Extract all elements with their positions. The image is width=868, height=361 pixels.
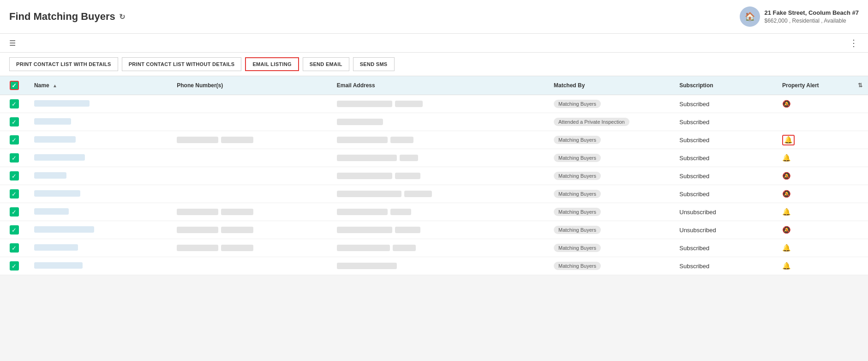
header-name: Name ▲ [29, 76, 171, 95]
bell-active-icon[interactable]: 🔔 [782, 154, 791, 162]
row-checkbox[interactable]: ✓ [10, 261, 19, 271]
header-alert: Property Alert ⇅ [777, 76, 868, 95]
row-subscription: Subscribed [674, 113, 777, 131]
row-subscription: Subscribed [674, 95, 777, 113]
row-matched: Matching Buyers [548, 131, 674, 149]
bell-muted-icon[interactable]: 🔕 [782, 190, 791, 198]
header-subscription: Subscription [674, 76, 777, 95]
row-email [331, 149, 548, 167]
row-checkbox-cell: ✓ [0, 203, 29, 221]
row-checkbox-cell: ✓ [0, 167, 29, 185]
bell-highlighted-wrapper: 🔔 [782, 135, 795, 145]
refresh-icon[interactable]: ↻ [119, 12, 125, 21]
row-matched: Matching Buyers [548, 167, 674, 185]
bell-muted-icon[interactable]: 🔕 [782, 172, 791, 180]
row-checkbox[interactable]: ✓ [10, 153, 19, 162]
table-row: ✓Matching BuyersSubscribed🔔 [0, 131, 868, 149]
send-sms-button[interactable]: SEND SMS [353, 57, 395, 71]
bell-muted-icon[interactable]: 🔕 [782, 100, 791, 108]
row-name [29, 131, 171, 149]
row-alert: 🔔 [777, 203, 868, 221]
bell-active-icon[interactable]: 🔔 [782, 244, 791, 252]
table-row: ✓Matching BuyersSubscribed🔔 [0, 257, 868, 275]
property-card: 🏠 21 Fake Street, Coolum Beach #7 $662,0… [740, 6, 859, 27]
row-checkbox-cell: ✓ [0, 221, 29, 239]
row-name [29, 113, 171, 131]
top-header: Find Matching Buyers ↻ 🏠 21 Fake Street,… [0, 0, 868, 34]
matched-by-tag: Matching Buyers [554, 154, 601, 162]
bell-active-icon[interactable]: 🔔 [782, 208, 791, 216]
row-name [29, 257, 171, 275]
row-phone [171, 203, 331, 221]
row-alert: 🔕 [777, 95, 868, 113]
matched-by-tag: Matching Buyers [554, 262, 601, 270]
row-checkbox-cell: ✓ [0, 149, 29, 167]
row-checkbox-cell: ✓ [0, 239, 29, 257]
row-alert: 🔕 [777, 221, 868, 239]
row-checkbox[interactable]: ✓ [10, 117, 19, 126]
row-checkbox[interactable]: ✓ [10, 171, 19, 180]
header-checkbox-cell: ✓ [0, 76, 29, 95]
row-subscription: Subscribed [674, 167, 777, 185]
row-name [29, 167, 171, 185]
table-row: ✓Matching BuyersSubscribed🔔 [0, 239, 868, 257]
property-info: 21 Fake Street, Coolum Beach #7 $662,000… [765, 9, 859, 25]
row-email [331, 185, 548, 203]
row-checkbox[interactable]: ✓ [10, 189, 19, 199]
filter-icon[interactable]: ☰ [9, 39, 16, 48]
row-phone [171, 113, 331, 131]
row-phone [171, 257, 331, 275]
alert-sort-icon[interactable]: ⇅ [858, 82, 862, 89]
property-thumbnail: 🏠 [740, 6, 760, 27]
matched-by-tag: Matching Buyers [554, 100, 601, 108]
bell-highlighted-icon[interactable]: 🔔 [784, 136, 793, 144]
matched-by-tag: Matching Buyers [554, 172, 601, 180]
row-email [331, 203, 548, 221]
row-phone [171, 149, 331, 167]
row-matched: Matching Buyers [548, 203, 674, 221]
row-subscription: Subscribed [674, 149, 777, 167]
row-subscription: Subscribed [674, 131, 777, 149]
row-alert: 🔕 [777, 167, 868, 185]
row-checkbox[interactable]: ✓ [10, 135, 19, 144]
table-body: ✓Matching BuyersSubscribed🔕✓Attended a P… [0, 95, 868, 275]
contacts-table-container: ✓ Name ▲ Phone Number(s) Email Address M… [0, 76, 868, 275]
name-sort-icon[interactable]: ▲ [53, 83, 57, 88]
row-email [331, 113, 548, 131]
matched-by-tag: Attended a Private Inspection [554, 118, 629, 126]
row-email [331, 257, 548, 275]
print-with-details-button[interactable]: PRINT CONTACT LIST WITH DETAILS [9, 57, 118, 71]
property-address: 21 Fake Street, Coolum Beach #7 [765, 9, 859, 17]
row-name [29, 221, 171, 239]
row-name [29, 95, 171, 113]
matched-by-tag: Matching Buyers [554, 190, 601, 198]
table-row: ✓Matching BuyersSubscribed🔔 [0, 149, 868, 167]
row-matched: Matching Buyers [548, 95, 674, 113]
row-checkbox[interactable]: ✓ [10, 99, 19, 108]
row-checkbox[interactable]: ✓ [10, 243, 19, 253]
row-alert: 🔔 [777, 239, 868, 257]
table-row: ✓Matching BuyersSubscribed🔕 [0, 95, 868, 113]
send-email-button[interactable]: SEND EMAIL [303, 57, 349, 71]
header-email: Email Address [331, 76, 548, 95]
bell-muted-icon[interactable]: 🔕 [782, 226, 791, 234]
row-matched: Matching Buyers [548, 149, 674, 167]
matched-by-tag: Matching Buyers [554, 136, 601, 144]
table-row: ✓Matching BuyersSubscribed🔕 [0, 185, 868, 203]
row-checkbox[interactable]: ✓ [10, 225, 19, 235]
toolbar-bar: ☰ ⋮ [0, 34, 868, 53]
row-subscription: Subscribed [674, 257, 777, 275]
print-without-details-button[interactable]: PRINT CONTACT LIST WITHOUT DETAILS [122, 57, 242, 71]
email-listing-button[interactable]: EMAIL LISTING [245, 57, 299, 71]
table-row: ✓Attended a Private InspectionSubscribed [0, 113, 868, 131]
row-email [331, 95, 548, 113]
contacts-table: ✓ Name ▲ Phone Number(s) Email Address M… [0, 76, 868, 275]
select-all-checkbox[interactable]: ✓ [10, 81, 19, 90]
row-matched: Matching Buyers [548, 257, 674, 275]
row-checkbox[interactable]: ✓ [10, 207, 19, 217]
more-options-icon[interactable]: ⋮ [849, 37, 859, 48]
matched-by-tag: Matching Buyers [554, 208, 601, 216]
matched-by-tag: Matching Buyers [554, 244, 601, 252]
bell-active-icon[interactable]: 🔔 [782, 262, 791, 270]
row-name [29, 203, 171, 221]
